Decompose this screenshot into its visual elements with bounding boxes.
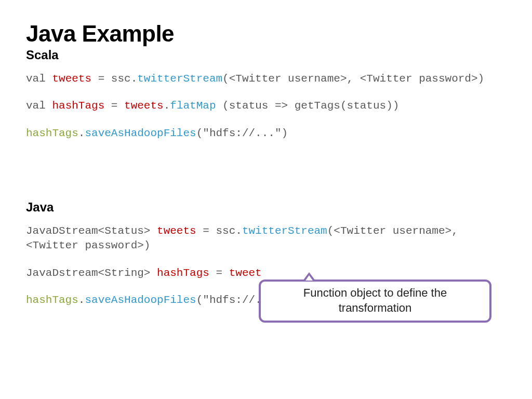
fn-saveashadoop: saveAsHadoopFiles xyxy=(85,127,196,139)
fn-flatmap: flatMap xyxy=(170,100,216,112)
fn-twitterstream: twitterStream xyxy=(137,73,222,85)
var-tweets: tweets xyxy=(124,100,164,112)
var-tweets: tweets xyxy=(52,73,91,85)
code-text: JavaDstream<String> xyxy=(26,267,157,279)
callout-box: Function object to define the transforma… xyxy=(259,280,491,323)
code-text: (<Twitter username>, <Twitter password>) xyxy=(222,73,484,85)
code-text: . xyxy=(78,127,85,139)
java-code-line-2: JavaDstream<String> hashTags = tweet xyxy=(26,266,506,281)
code-text: = xyxy=(209,267,229,279)
code-text: . xyxy=(164,100,170,112)
var-tweets: tweets xyxy=(157,225,196,237)
callout-text-line-2: transformation xyxy=(271,301,479,316)
fn-twitterstream: twitterStream xyxy=(242,225,327,237)
scala-code-line-2: val hashTags = tweets.flatMap (status =>… xyxy=(26,99,506,113)
callout-text-line-1: Function object to define the xyxy=(271,286,479,301)
slide-title: Java Example xyxy=(26,21,506,47)
callout: Function object to define the transforma… xyxy=(259,280,491,323)
fn-saveashadoop: saveAsHadoopFiles xyxy=(85,294,196,306)
code-text: ("hdfs://...") xyxy=(196,127,288,139)
code-text: . xyxy=(78,294,85,306)
code-text: JavaDStream<Status> xyxy=(26,225,157,237)
callout-pointer-icon xyxy=(303,272,315,281)
var-hashtags: hashTags xyxy=(52,100,104,112)
scala-heading: Scala xyxy=(26,48,506,62)
java-code-line-1: JavaDStream<Status> tweets = ssc.twitter… xyxy=(26,224,506,254)
var-tweet: tweet xyxy=(229,267,262,279)
scala-code-line-3: hashTags.saveAsHadoopFiles("hdfs://...") xyxy=(26,126,506,141)
var-hashtags: hashTags xyxy=(26,127,78,139)
code-text: = ssc. xyxy=(91,73,137,85)
java-heading: Java xyxy=(26,200,506,215)
code-text: (status => getTags(status)) xyxy=(216,100,400,112)
code-text: = ssc. xyxy=(196,225,242,237)
var-hashtags: hashTags xyxy=(157,267,209,279)
var-hashtags: hashTags xyxy=(26,294,78,306)
scala-code-line-1: val tweets = ssc.twitterStream(<Twitter … xyxy=(26,72,506,86)
keyword-val: val xyxy=(26,100,52,112)
code-text: = xyxy=(104,100,124,112)
keyword-val: val xyxy=(26,73,52,85)
